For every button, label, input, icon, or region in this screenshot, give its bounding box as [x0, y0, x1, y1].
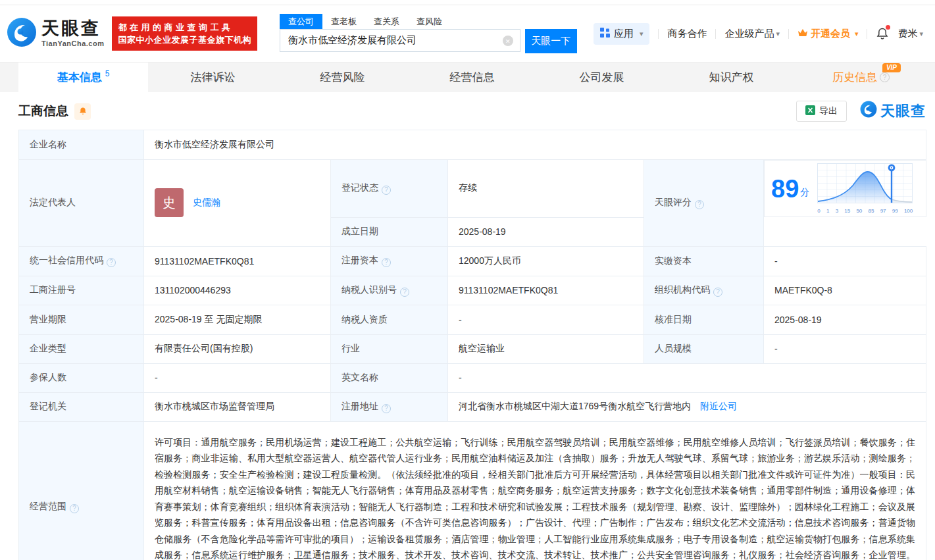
uscc-value: 91131102MAETFK0Q81: [144, 246, 331, 276]
search-tab-risk[interactable]: 查风险: [408, 14, 451, 30]
help-icon[interactable]: [382, 258, 391, 267]
business-scope-value: 许可项目：通用航空服务；民用机场运营；建设工程施工；公共航空运输；飞行训练；民用…: [144, 421, 926, 560]
help-icon[interactable]: [70, 504, 79, 513]
search-tab-relation[interactable]: 查关系: [365, 14, 408, 30]
search-area: 查公司 查老板 查关系 查风险 天眼一下: [280, 14, 577, 53]
score-label: 天眼评分: [644, 160, 764, 247]
apps-menu[interactable]: 应用: [594, 23, 650, 45]
search-button[interactable]: 天眼一下: [525, 29, 577, 53]
search-input[interactable]: [280, 30, 520, 51]
tab-history-info[interactable]: VIP 历史信息: [796, 63, 926, 92]
industry-label: 行业: [331, 334, 448, 363]
approval-date-label: 核准日期: [644, 305, 764, 334]
nav-cooperation[interactable]: 商务合作: [667, 28, 707, 40]
search-tab-company[interactable]: 查公司: [280, 14, 322, 30]
business-info-table: 企业名称 衡水市低空经济发展有限公司 法定代表人 史 史儒瀚 登记状态 存续 天…: [18, 130, 926, 560]
uscc-label: 统一社会信用代码: [19, 246, 144, 276]
logo-text: 天眼查: [41, 20, 104, 38]
search-input-wrap: [280, 29, 520, 52]
reg-number-label: 工商注册号: [19, 276, 144, 305]
reg-number-value: 131102000446293: [144, 276, 331, 305]
top-divider: [0, 0, 935, 5]
help-icon[interactable]: [880, 72, 890, 82]
company-type-label: 企业类型: [19, 334, 144, 363]
apps-grid-icon: [600, 28, 610, 39]
english-name-label: 英文名称: [331, 363, 448, 392]
score-axis-labels: 0131550859799100: [817, 208, 913, 214]
org-code-value: MAETFK0Q-8: [764, 276, 926, 305]
notifications-bell-icon[interactable]: [876, 27, 889, 40]
tab-legal-proceedings[interactable]: 法律诉讼: [148, 63, 278, 92]
tab-count-badge: 5: [105, 69, 110, 78]
table-row: 登记机关 衡水市桃城区市场监督管理局 注册地址 河北省衡水市桃城区中湖大道176…: [19, 392, 926, 421]
business-scope-label: 经营范围: [19, 421, 144, 560]
legal-rep-label: 法定代表人: [19, 160, 144, 247]
help-icon[interactable]: [107, 258, 116, 267]
company-page-tabs: 基本信息 5 法律诉讼 经营风险 经营信息 公司发展 知识产权 VIP 历史信息: [0, 62, 935, 92]
nav-separator: [715, 29, 716, 39]
insured-count-value: -: [144, 363, 331, 392]
english-name-value: -: [448, 363, 926, 392]
business-term-label: 营业期限: [19, 305, 144, 334]
company-type-value: 有限责任公司(国有控股): [144, 334, 331, 363]
clear-search-icon[interactable]: [503, 36, 513, 46]
search-type-tabs: 查公司 查老板 查关系 查风险: [280, 14, 577, 29]
username: 费米: [897, 28, 917, 40]
nav-separator: [867, 29, 867, 39]
tab-operating-info[interactable]: 经营信息: [407, 63, 537, 92]
tianyancha-logo[interactable]: 天眼查 TianYanCha.com: [7, 17, 104, 50]
paid-capital-label: 实缴资本: [644, 246, 764, 276]
reg-capital-value: 12000万人民币: [448, 246, 644, 276]
industry-value: 航空运输业: [448, 334, 644, 363]
brand-slogan: 都在用的商业查询工具 国家中小企业发展子基金旗下机构: [112, 16, 257, 51]
nearby-companies-link[interactable]: 附近公司: [700, 401, 737, 411]
table-row: 参保人数 - 英文名称 -: [19, 363, 926, 392]
legal-rep-avatar[interactable]: 史: [155, 188, 184, 217]
taxpayer-id-value: 91131102MAETFK0Q81: [448, 276, 644, 305]
tab-company-development[interactable]: 公司发展: [537, 63, 667, 92]
table-row: 工商注册号 131102000446293 纳税人识别号 91131102MAE…: [19, 276, 926, 305]
vip-badge: VIP: [882, 63, 901, 72]
company-name-value: 衡水市低空经济发展有限公司: [144, 130, 926, 160]
score-unit: 分: [800, 187, 809, 199]
table-row: 法定代表人 史 史儒瀚 登记状态 存续 天眼评分 89 分: [19, 160, 926, 218]
help-icon[interactable]: [382, 404, 391, 413]
site-header: 天眼查 TianYanCha.com 都在用的商业查询工具 国家中小企业发展子基…: [0, 5, 935, 62]
help-icon[interactable]: [695, 200, 704, 209]
est-date-label: 成立日期: [331, 217, 448, 246]
table-row: 经营范围 许可项目：通用航空服务；民用机场运营；建设工程施工；公共航空运输；飞行…: [19, 421, 926, 560]
taxpayer-id-label: 纳税人识别号: [331, 276, 448, 305]
reg-authority-label: 登记机关: [19, 392, 144, 421]
score-distribution-chart: 0131550859799100: [817, 163, 913, 214]
table-row: 营业期限 2025-08-19 至 无固定期限 纳税人资质 - 核准日期 202…: [19, 305, 926, 334]
tab-basic-info[interactable]: 基本信息 5: [18, 63, 148, 92]
export-button[interactable]: 导出: [796, 101, 847, 122]
staff-size-value: -: [764, 334, 926, 363]
tab-intellectual-property[interactable]: 知识产权: [667, 63, 796, 92]
user-menu[interactable]: 费米: [897, 28, 923, 40]
help-icon[interactable]: [382, 186, 391, 195]
help-icon[interactable]: [713, 288, 722, 297]
section-header: 工商信息 导出 天眼查: [0, 92, 935, 130]
reg-status-label: 登记状态: [331, 160, 448, 218]
org-code-label: 组织机构代码: [644, 276, 764, 305]
legal-rep-cell: 史 史儒瀚: [144, 160, 331, 247]
top-nav: 应用 商务合作 企业级产品 开通会员 费米: [594, 23, 923, 45]
approval-date-value: 2025-08-19: [764, 305, 926, 334]
slogan-line2: 国家中小企业发展子基金旗下机构: [118, 34, 251, 46]
insured-count-label: 参保人数: [19, 363, 144, 392]
help-icon[interactable]: [400, 288, 409, 297]
tab-operating-risk[interactable]: 经营风险: [278, 63, 407, 92]
search-tab-boss[interactable]: 查老板: [322, 14, 365, 30]
legal-rep-name-link[interactable]: 史儒瀚: [193, 197, 220, 209]
logo-domain: TianYanCha.com: [41, 40, 104, 47]
est-date-value: 2025-08-19: [448, 217, 644, 246]
reg-capital-label: 注册资本: [331, 246, 448, 276]
tianyancha-swirl-icon: [860, 101, 877, 122]
nav-open-vip[interactable]: 开通会员: [797, 28, 859, 40]
monitor-bell-icon[interactable]: [74, 103, 91, 120]
taxpayer-qual-label: 纳税人资质: [331, 305, 448, 334]
vip-crown-icon: [797, 28, 808, 39]
score-value: 89: [771, 176, 799, 201]
nav-enterprise-products[interactable]: 企业级产品: [724, 28, 780, 40]
